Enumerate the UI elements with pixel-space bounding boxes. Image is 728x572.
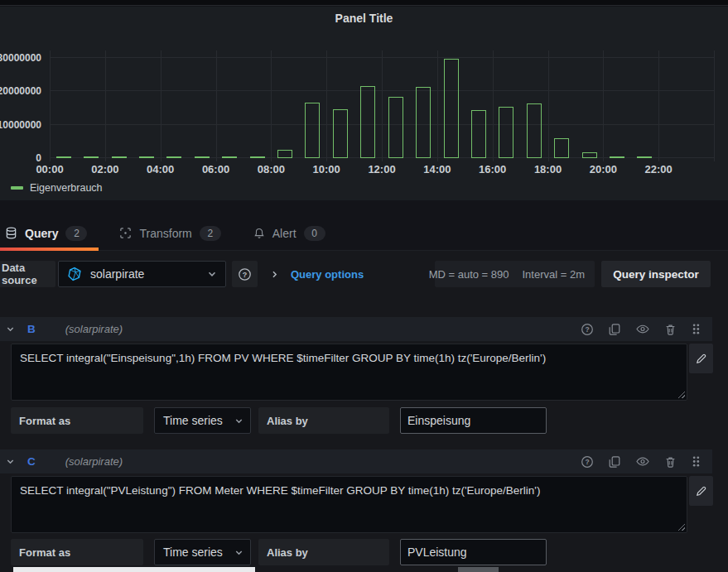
x-axis-tick-label: 14:00 xyxy=(412,163,462,175)
query-b-sql-textarea[interactable]: SELECT integral("Einspeisung",1h) FROM P… xyxy=(12,344,687,400)
chart-bar xyxy=(637,156,652,158)
query-ref-id: C xyxy=(27,455,36,468)
chart-bar xyxy=(195,156,210,158)
chart-bar xyxy=(416,87,431,158)
chart-bar xyxy=(139,156,154,158)
pencil-icon xyxy=(695,353,707,365)
x-axis-tick-label: 22:00 xyxy=(634,163,683,175)
chart-bar xyxy=(554,138,569,158)
chart-bar xyxy=(166,156,181,158)
gridline-vertical xyxy=(714,50,715,161)
chart-bar xyxy=(305,103,320,158)
x-axis-tick-label: 12:00 xyxy=(357,163,407,175)
format-as-value: Time series xyxy=(163,546,223,559)
query-ref-id: B xyxy=(27,323,36,335)
pencil-icon xyxy=(695,485,707,497)
x-axis-tick-label: 20:00 xyxy=(578,163,628,175)
chart-bar xyxy=(360,86,375,158)
disable-query-eye-icon[interactable] xyxy=(635,323,650,335)
datasource-name: solarpirate xyxy=(90,267,144,281)
duplicate-query-icon[interactable] xyxy=(608,323,621,336)
tab-transform-count-badge: 2 xyxy=(200,226,221,241)
gridline-vertical xyxy=(548,50,549,161)
chart-bar xyxy=(388,97,403,158)
delete-query-trash-icon[interactable] xyxy=(664,455,677,469)
query-datasource-hint: (solarpirate) xyxy=(65,455,123,468)
tab-transform[interactable]: Transform 2 xyxy=(114,216,232,250)
svg-text:?: ? xyxy=(243,270,248,278)
toggle-edit-mode-button[interactable] xyxy=(689,344,713,373)
collapse-caret-icon[interactable] xyxy=(6,457,15,466)
drag-handle-icon[interactable] xyxy=(691,323,701,335)
query-options-label: Query options xyxy=(291,268,364,281)
collapse-caret-icon[interactable] xyxy=(6,324,15,334)
transform-icon xyxy=(119,227,132,239)
interval-stat: Interval = 2m xyxy=(522,268,585,281)
format-as-label: Format as xyxy=(11,539,143,565)
query-options-stats: MD = auto = 890 Interval = 2m xyxy=(435,261,595,287)
tab-alert-count-badge: 0 xyxy=(304,226,325,241)
datasource-help-button[interactable]: ? xyxy=(232,261,258,287)
legend-series-label[interactable]: Eigenverbrauch xyxy=(30,182,103,194)
x-axis-labels: 00:0002:0004:0006:0008:0010:0012:0014:00… xyxy=(0,163,728,178)
editor-tab-bar: Query 2 Transform 2 Alert 0 xyxy=(0,200,728,251)
query-text-container: SELECT integral("Einspeisung",1h) FROM P… xyxy=(11,344,687,401)
x-axis-tick-label: 04:00 xyxy=(136,163,186,175)
chart-bar xyxy=(444,59,459,158)
chart-bar xyxy=(527,103,542,158)
gridline-vertical xyxy=(161,50,162,161)
x-axis-tick-label: 10:00 xyxy=(301,163,351,175)
alias-by-input[interactable] xyxy=(400,539,547,565)
top-divider xyxy=(0,0,728,6)
query-options-toggle[interactable]: Query options MD = auto = 890 Interval =… xyxy=(263,261,595,287)
drag-handle-icon[interactable] xyxy=(691,455,701,468)
query-c-sql-textarea[interactable]: SELECT integral("PVLeistung") FROM Meter… xyxy=(12,477,687,532)
query-row-header-b[interactable]: B (solarpirate) ? xyxy=(0,317,712,341)
chart-bar xyxy=(333,109,348,158)
gridline-vertical xyxy=(50,50,51,161)
visualization-panel: Panel Title 0100000002000000030000000 00… xyxy=(0,7,728,200)
partially-visible-element[interactable] xyxy=(458,567,499,572)
chart-bar xyxy=(56,156,71,158)
tab-transform-label: Transform xyxy=(139,227,191,240)
duplicate-query-icon[interactable] xyxy=(608,455,621,469)
chevron-down-icon xyxy=(234,548,243,557)
gridline-vertical xyxy=(216,50,217,161)
tab-alert-label: Alert xyxy=(272,227,297,240)
format-as-value: Time series xyxy=(163,414,223,427)
alias-by-input[interactable] xyxy=(400,407,547,434)
datasource-label: Data source xyxy=(0,261,55,287)
x-axis-tick-label: 02:00 xyxy=(80,163,130,175)
toggle-edit-mode-button[interactable] xyxy=(689,476,713,506)
x-axis-tick-label: 08:00 xyxy=(246,163,296,175)
influxdb-datasource-icon xyxy=(67,267,82,281)
chart-bar xyxy=(277,150,292,158)
format-as-select[interactable]: Time series xyxy=(154,539,251,565)
disable-query-eye-icon[interactable] xyxy=(635,455,650,468)
query-editor-pane: Data source solarpirate ? Query options … xyxy=(0,251,728,572)
alias-by-label: Alias by xyxy=(258,407,389,434)
query-row-header-c[interactable]: C (solarpirate) ? xyxy=(0,449,712,473)
delete-query-trash-icon[interactable] xyxy=(664,323,677,336)
database-icon xyxy=(5,227,17,239)
chart-bar xyxy=(499,107,513,158)
tab-query-label: Query xyxy=(25,227,58,240)
legend-series-marker[interactable] xyxy=(11,186,23,190)
format-as-select[interactable]: Time series xyxy=(154,407,251,434)
gridline-vertical xyxy=(271,50,272,161)
chevron-down-icon xyxy=(207,269,217,279)
horizontal-scrollbar-thumb[interactable] xyxy=(13,567,255,572)
y-axis-tick-label: 10000000 xyxy=(0,118,41,132)
chart-bar xyxy=(610,156,624,158)
gridline-vertical xyxy=(658,50,659,161)
query-help-icon[interactable]: ? xyxy=(581,323,594,336)
help-circle-icon: ? xyxy=(238,267,252,281)
query-inspector-button[interactable]: Query inspector xyxy=(601,261,711,287)
tab-query[interactable]: Query 2 xyxy=(0,216,99,250)
gridline-vertical xyxy=(437,50,438,161)
query-help-icon[interactable]: ? xyxy=(581,455,594,469)
datasource-picker[interactable]: solarpirate xyxy=(58,261,226,287)
tab-alert[interactable]: Alert 0 xyxy=(248,216,337,250)
x-axis-tick-label: 00:00 xyxy=(25,163,75,175)
gridline-vertical xyxy=(326,50,327,161)
